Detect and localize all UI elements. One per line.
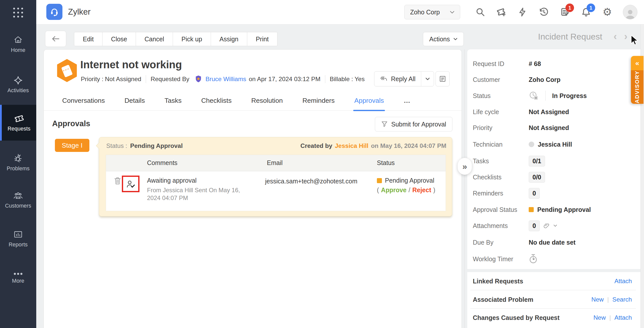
sidebar-item-more[interactable]: More xyxy=(0,272,36,284)
settings-gear-icon[interactable]: ⚙ xyxy=(602,7,613,18)
sidebar-item-home[interactable]: Home xyxy=(0,35,36,53)
tab-checklists[interactable]: Checklists xyxy=(201,97,232,105)
org-selector[interactable]: Zoho Corp xyxy=(404,5,460,19)
sidebar-item-customers[interactable]: Customers xyxy=(0,190,36,209)
request-properties-panel: Request ID # 68 Customer Zoho Corp Statu… xyxy=(467,49,641,328)
advisory-collapse-icon[interactable]: « xyxy=(631,56,643,70)
pickup-button[interactable]: Pick up xyxy=(173,32,211,46)
attachments-count-pill[interactable]: 0 xyxy=(529,220,540,231)
ticket-icon xyxy=(14,113,25,123)
approval-comment-subtitle: From Jessica Hill Sent On May 16, 2024 0… xyxy=(147,186,253,202)
reports-icon xyxy=(13,230,23,239)
add-note-button[interactable] xyxy=(436,71,450,86)
attach-link[interactable]: Attach xyxy=(615,278,632,285)
field-checklists: Checklists 0/0 xyxy=(473,170,632,184)
search-icon[interactable] xyxy=(475,7,486,18)
search-link[interactable]: Search xyxy=(612,296,632,303)
status-value[interactable]: In Progress xyxy=(552,92,587,100)
checklists-count-pill[interactable]: 0/0 xyxy=(529,172,545,183)
request-detail-card: Internet not working Priority :Not Assig… xyxy=(44,49,462,328)
attach-link[interactable]: Attach xyxy=(615,314,632,321)
column-email: Email xyxy=(267,159,283,167)
headset-logo-icon[interactable] xyxy=(46,4,62,20)
new-link[interactable]: New xyxy=(591,296,604,303)
approval-comment-cell: Awaiting approval From Jessica Hill Sent… xyxy=(147,177,253,202)
tasks-count-pill[interactable]: 0/1 xyxy=(529,156,545,167)
org-selector-value: Zoho Corp xyxy=(410,9,440,16)
approval-row: Awaiting approval From Jessica Hill Sent… xyxy=(106,171,446,211)
request-subject: Internet not working xyxy=(80,59,182,71)
page-title: Incident Request xyxy=(538,32,602,42)
stage-badge[interactable]: Stage I xyxy=(55,139,89,152)
tab-approvals[interactable]: Approvals xyxy=(354,97,384,105)
apps-grid-icon[interactable] xyxy=(12,7,24,19)
delete-approval-icon[interactable] xyxy=(114,177,121,185)
created-by-name[interactable]: Jessica Hill xyxy=(335,142,368,149)
approver-annotation-box[interactable] xyxy=(122,176,139,192)
app-root: Zylker Zoho Corp 1 xyxy=(0,0,644,328)
tab-conversations[interactable]: Conversations xyxy=(62,97,105,105)
print-button[interactable]: Print xyxy=(247,32,277,46)
tab-details[interactable]: Details xyxy=(124,97,145,105)
cancel-button[interactable]: Cancel xyxy=(136,32,173,46)
collapse-panel-button[interactable]: » xyxy=(457,158,472,175)
assign-button[interactable]: Assign xyxy=(211,32,247,46)
approval-comment-title: Awaiting approval xyxy=(147,177,253,184)
user-avatar[interactable] xyxy=(623,5,637,19)
new-link[interactable]: New xyxy=(593,314,606,321)
sidebar-item-problems[interactable]: Problems xyxy=(0,153,36,172)
approvals-heading: Approvals xyxy=(52,119,90,128)
sidebar-item-requests[interactable]: Requests xyxy=(0,105,36,141)
add-request-icon[interactable] xyxy=(496,7,507,18)
billable-value: Yes xyxy=(354,76,365,83)
reply-options-caret[interactable] xyxy=(421,72,434,86)
advisory-tab[interactable]: « ADVISORY xyxy=(631,56,643,104)
close-button[interactable]: Close xyxy=(102,32,136,46)
chevron-down-icon xyxy=(425,78,430,80)
reply-all-button[interactable]: Reply All xyxy=(374,72,421,86)
sidebar-item-label: Problems xyxy=(7,166,30,172)
reminders-count-pill[interactable]: 0 xyxy=(529,188,540,199)
home-icon xyxy=(13,35,23,45)
requester-name-link[interactable]: Bruce Williams xyxy=(205,76,246,83)
quick-actions-icon[interactable] xyxy=(517,7,528,18)
chevron-down-icon xyxy=(453,38,457,40)
reject-link[interactable]: Reject xyxy=(412,186,431,194)
technician-name[interactable]: Jessica Hill xyxy=(538,141,572,148)
actions-dropdown[interactable]: Actions xyxy=(423,32,464,46)
submit-for-approval-button[interactable]: Submit for Approval xyxy=(375,117,452,132)
back-button[interactable] xyxy=(45,31,66,47)
history-icon[interactable] xyxy=(538,7,549,18)
field-technician: Technician Jessica Hill xyxy=(473,138,632,151)
tab-tasks[interactable]: Tasks xyxy=(164,97,182,105)
sidebar-item-reports[interactable]: Reports xyxy=(0,230,36,248)
request-meta: Priority :Not Assigned Requested By Bruc… xyxy=(81,74,365,84)
approver-email: jessica.sam+tech@zohotest.com xyxy=(265,178,357,185)
field-life-cycle: Life cycle Not Assigned xyxy=(473,105,632,119)
left-sidebar: Home Activities Requests Problems Custom… xyxy=(0,0,36,328)
approval-stage-panel: Status : Pending Approval Created by Jes… xyxy=(99,137,452,216)
approve-link[interactable]: Approve xyxy=(381,186,406,194)
tab-resolution[interactable]: Resolution xyxy=(251,97,283,105)
mouse-cursor xyxy=(630,35,639,46)
field-customer: Customer Zoho Corp xyxy=(473,73,632,86)
stopwatch-icon[interactable] xyxy=(529,254,538,264)
status-timer-icon[interactable] xyxy=(529,91,539,101)
notifications-bell-icon[interactable]: 1 xyxy=(581,7,592,18)
sidebar-item-label: Customers xyxy=(5,203,31,209)
chevron-down-icon[interactable] xyxy=(553,224,557,227)
edit-button[interactable]: Edit xyxy=(74,32,102,46)
pending-status-square xyxy=(529,207,534,212)
pending-approvals-icon[interactable]: 1 xyxy=(559,7,570,18)
activities-icon xyxy=(13,76,23,85)
bug-icon xyxy=(13,153,23,163)
sidebar-item-activities[interactable]: Activities xyxy=(0,76,36,94)
sidebar-item-label: Reports xyxy=(9,242,27,248)
paperclip-icon[interactable] xyxy=(543,222,550,229)
next-request-icon[interactable]: › xyxy=(624,31,627,42)
chevron-down-icon xyxy=(450,11,454,14)
tab-more[interactable]: … xyxy=(404,97,411,105)
column-status: Status xyxy=(377,159,395,167)
tab-reminders[interactable]: Reminders xyxy=(302,97,335,105)
previous-request-icon[interactable]: ‹ xyxy=(614,31,617,42)
